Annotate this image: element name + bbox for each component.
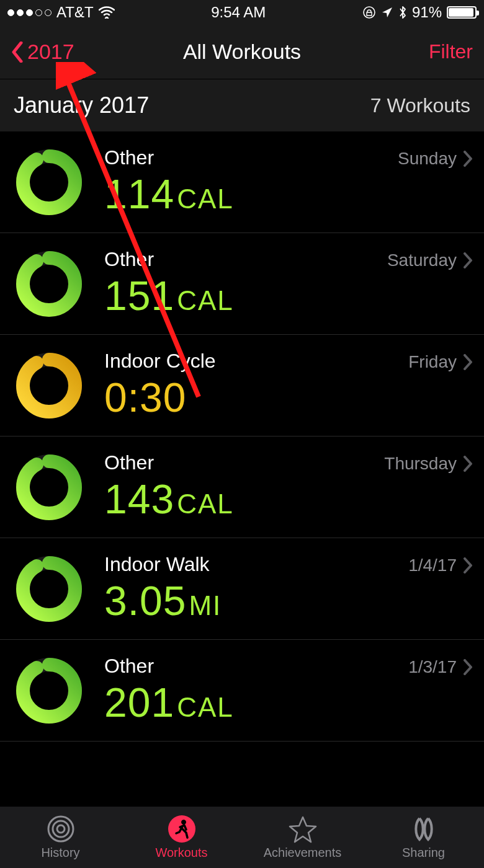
tab-bar: History Workouts Achievements Sharing bbox=[0, 806, 484, 868]
tab-achievements[interactable]: Achievements bbox=[242, 807, 363, 868]
workout-type-label: Indoor Walk bbox=[104, 553, 210, 576]
chevron-right-icon bbox=[463, 557, 473, 574]
workout-type-label: Other bbox=[104, 248, 154, 271]
svg-point-14 bbox=[53, 821, 69, 837]
metric-unit: CAL bbox=[177, 184, 234, 215]
metric-value: 0:30 bbox=[104, 374, 186, 421]
metric-unit: CAL bbox=[177, 489, 234, 520]
metric-value: 201 bbox=[104, 679, 174, 726]
tab-label: Achievements bbox=[264, 846, 342, 860]
status-bar: AT&T 9:54 AM 91% bbox=[0, 0, 484, 25]
svg-point-10 bbox=[23, 563, 75, 615]
chevron-right-icon bbox=[463, 456, 473, 472]
svg-point-8 bbox=[23, 461, 75, 513]
svg-point-2 bbox=[23, 156, 75, 208]
battery-icon bbox=[447, 6, 477, 19]
tab-label: Workouts bbox=[155, 846, 207, 860]
workouts-icon bbox=[168, 815, 196, 843]
metric-unit: CAL bbox=[177, 692, 234, 723]
workout-date-label: Friday bbox=[408, 352, 473, 372]
signal-strength-icon bbox=[7, 9, 52, 16]
workout-row[interactable]: Indoor Walk 1/4/17 3.05MI bbox=[0, 538, 484, 640]
workout-body: Other 1/3/17 201CAL bbox=[104, 655, 473, 726]
workout-row[interactable]: Other Thursday 143CAL bbox=[0, 436, 484, 538]
workout-row[interactable]: Other Sunday 114CAL bbox=[0, 131, 484, 233]
workout-list-viewport[interactable]: Other Sunday 114CAL Other Saturday bbox=[0, 131, 484, 806]
wifi-icon bbox=[99, 6, 115, 19]
workout-type-label: Other bbox=[104, 146, 154, 169]
svg-point-12 bbox=[23, 665, 75, 717]
workout-list: Other Sunday 114CAL Other Saturday bbox=[0, 131, 484, 742]
clock-label: 9:54 AM bbox=[211, 4, 266, 21]
workout-metric: 0:30 bbox=[104, 374, 473, 421]
tab-workouts[interactable]: Workouts bbox=[121, 807, 242, 868]
carrier-label: AT&T bbox=[56, 4, 94, 21]
workout-row[interactable]: Indoor Cycle Friday 0:30 bbox=[0, 335, 484, 436]
workout-type-label: Indoor Cycle bbox=[104, 350, 216, 373]
activity-ring-icon bbox=[15, 555, 83, 623]
achievements-icon bbox=[289, 815, 317, 843]
month-section-header: January 2017 7 Workouts bbox=[0, 79, 484, 131]
workout-body: Indoor Walk 1/4/17 3.05MI bbox=[104, 553, 473, 624]
workout-count-label: 7 Workouts bbox=[370, 94, 470, 117]
status-left: AT&T bbox=[7, 4, 115, 21]
workout-metric: 3.05MI bbox=[104, 577, 473, 624]
metric-value: 143 bbox=[104, 476, 174, 523]
month-title: January 2017 bbox=[14, 92, 149, 118]
metric-unit: MI bbox=[189, 590, 222, 621]
workout-row[interactable]: Other Saturday 151CAL bbox=[0, 233, 484, 335]
tab-label: Sharing bbox=[402, 846, 445, 860]
metric-value: 114 bbox=[104, 170, 174, 218]
workout-metric: 114CAL bbox=[104, 170, 473, 218]
orientation-lock-icon bbox=[362, 6, 376, 19]
metric-unit: CAL bbox=[177, 285, 234, 316]
activity-ring-icon bbox=[15, 250, 83, 318]
metric-value: 151 bbox=[104, 272, 174, 319]
workout-metric: 201CAL bbox=[104, 679, 473, 726]
activity-ring-icon bbox=[15, 148, 83, 216]
chevron-left-icon bbox=[11, 42, 24, 63]
workout-body: Other Sunday 114CAL bbox=[104, 146, 473, 218]
workout-date-label: Saturday bbox=[387, 250, 473, 270]
navigation-bar: 2017 All Workouts Filter bbox=[0, 25, 484, 79]
workout-metric: 143CAL bbox=[104, 476, 473, 523]
workout-metric: 151CAL bbox=[104, 272, 473, 319]
activity-ring-icon bbox=[15, 352, 83, 420]
svg-point-17 bbox=[181, 820, 186, 825]
status-right: 91% bbox=[362, 4, 477, 21]
workout-body: Other Saturday 151CAL bbox=[104, 248, 473, 319]
activity-ring-icon bbox=[15, 453, 83, 521]
workout-date-label: Sunday bbox=[398, 149, 473, 169]
workout-date-label: Thursday bbox=[384, 454, 473, 474]
chevron-right-icon bbox=[463, 252, 473, 268]
battery-percent-label: 91% bbox=[412, 4, 442, 21]
activity-ring-icon bbox=[15, 657, 83, 725]
workout-type-label: Other bbox=[104, 655, 154, 678]
bluetooth-icon bbox=[398, 6, 407, 19]
chevron-right-icon bbox=[463, 354, 473, 370]
svg-point-15 bbox=[57, 825, 65, 833]
workout-body: Indoor Cycle Friday 0:30 bbox=[104, 350, 473, 421]
workout-date-label: 1/4/17 bbox=[408, 556, 473, 575]
tab-sharing[interactable]: Sharing bbox=[363, 807, 484, 868]
metric-value: 3.05 bbox=[104, 577, 186, 624]
chevron-right-icon bbox=[463, 659, 473, 675]
workout-date-label: 1/3/17 bbox=[408, 657, 473, 677]
sharing-icon bbox=[410, 815, 438, 843]
svg-point-4 bbox=[23, 258, 75, 310]
workout-body: Other Thursday 143CAL bbox=[104, 451, 473, 523]
tab-history[interactable]: History bbox=[0, 807, 121, 868]
workout-type-label: Other bbox=[104, 451, 154, 474]
back-button[interactable]: 2017 bbox=[11, 40, 74, 64]
filter-button[interactable]: Filter bbox=[429, 40, 473, 63]
workout-row[interactable]: Other 1/3/17 201CAL bbox=[0, 640, 484, 742]
history-icon bbox=[47, 815, 75, 843]
tab-label: History bbox=[41, 846, 79, 860]
svg-point-6 bbox=[23, 360, 75, 412]
chevron-right-icon bbox=[463, 151, 473, 167]
back-label: 2017 bbox=[27, 40, 74, 64]
location-icon bbox=[381, 6, 393, 19]
